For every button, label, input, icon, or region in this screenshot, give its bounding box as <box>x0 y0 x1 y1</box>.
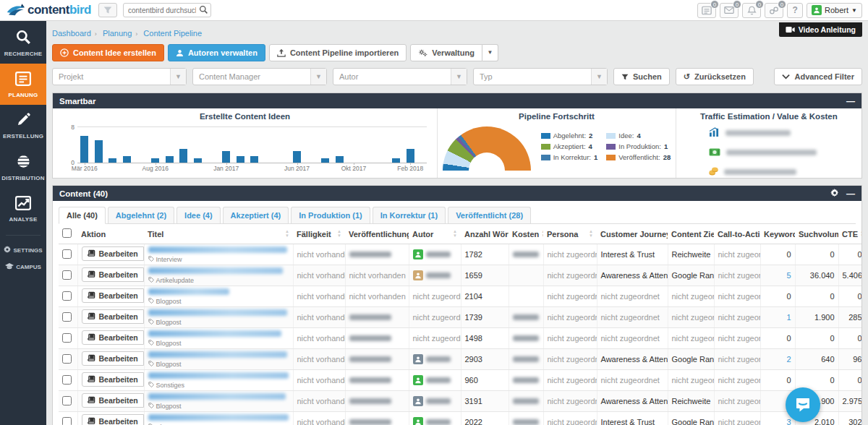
breadcrumb-planung[interactable]: Planung <box>103 29 132 38</box>
sort-icon[interactable]: ▲▼ <box>335 230 341 238</box>
legend-item: Veröffentlicht: 28 <box>606 152 671 163</box>
column-header-label: Persona▲▼ <box>547 230 593 239</box>
row-checkbox[interactable] <box>62 333 72 343</box>
author <box>413 354 457 364</box>
bar <box>194 158 202 163</box>
sidebar-item-label: SETTINGS <box>13 247 42 254</box>
sidebar-item-settings[interactable]: SETTINGS <box>0 241 46 259</box>
sidebar-item-analyse[interactable]: ANALYSE <box>0 188 46 229</box>
gear-icon[interactable] <box>830 189 839 199</box>
sidebar-item-erstellung[interactable]: ERSTELLUNG <box>0 105 46 146</box>
sort-icon[interactable]: ▲▼ <box>539 230 543 238</box>
create-content-idea-button[interactable]: Content Idee erstellen <box>52 44 164 61</box>
cell: Awareness & Attention <box>597 391 668 412</box>
cell: Artikelupdate <box>144 265 293 286</box>
edit-button[interactable]: Bearbeiten <box>82 414 144 425</box>
content-manager-select[interactable]: Content Manager▼ <box>192 68 327 85</box>
author-select[interactable]: Autor▼ <box>333 68 467 85</box>
tab-idee[interactable]: Idee (4) <box>176 207 221 223</box>
table-row: Bearbeiten▼Blogpostnicht vorhanden3191ni… <box>59 391 861 412</box>
tab-in[interactable]: In Korrektur (1) <box>373 207 446 223</box>
tab-abgelehnt[interactable]: Abgelehnt (2) <box>108 207 174 223</box>
select-all-checkbox[interactable] <box>62 228 72 238</box>
notifications-button[interactable]: 0 <box>742 3 761 18</box>
reset-filter-button[interactable]: ↺ Zurücksetzen <box>676 68 754 85</box>
cell: nicht zugeordnet <box>597 286 668 307</box>
keywords-link[interactable]: 3 <box>786 418 791 425</box>
sidebar-item-label: DISTRIBUTION <box>0 175 46 181</box>
search-filter-button[interactable]: Suchen <box>613 68 670 85</box>
edit-button[interactable]: Bearbeiten <box>82 246 144 261</box>
edit-button[interactable]: Bearbeiten <box>82 309 144 324</box>
help-button[interactable]: ? <box>787 3 803 18</box>
import-pipeline-button[interactable]: Content Pipeline importieren <box>269 44 407 61</box>
contentbird-logo[interactable]: contentbird <box>6 2 91 18</box>
row-checkbox[interactable] <box>62 249 72 259</box>
edit-button[interactable]: Bearbeiten <box>82 372 144 387</box>
edit-button[interactable]: Bearbeiten <box>82 351 144 366</box>
sort-icon[interactable]: ▲▼ <box>451 230 457 238</box>
cell: Awareness & Attention <box>597 349 668 370</box>
advanced-filter-button[interactable]: Advanced Filter <box>774 68 862 85</box>
edit-button[interactable]: Bearbeiten <box>82 288 144 303</box>
messages-button[interactable]: 0 <box>720 3 739 18</box>
breadcrumb-dashboard[interactable]: Dashboard <box>52 29 91 38</box>
keywords-link[interactable]: 2 <box>786 355 791 364</box>
tab-veröffentlicht[interactable]: Veröffentlicht (28) <box>448 207 531 223</box>
user-menu-button[interactable]: Robert ▼ <box>807 3 862 18</box>
row-checkbox[interactable] <box>62 375 72 385</box>
row-checkbox[interactable] <box>62 270 72 280</box>
tab-in[interactable]: In Produktion (1) <box>291 207 370 223</box>
sort-icon[interactable]: ▲▼ <box>587 230 593 238</box>
row-checkbox[interactable] <box>62 396 72 405</box>
breadcrumb-content-pipeline[interactable]: Content Pipeline <box>143 29 202 38</box>
cell-value: 1739 <box>465 313 482 322</box>
sidebar-item-campus[interactable]: CAMPUS <box>0 259 46 275</box>
sidebar-item-planung[interactable]: PLANUNG <box>0 64 46 105</box>
breadcrumb-separator: › <box>135 30 137 38</box>
global-filter-button[interactable] <box>98 3 117 17</box>
search-input[interactable] <box>123 3 211 17</box>
content-type-label: Blogpost <box>156 361 182 368</box>
video-tutorial-button[interactable]: Video Anleitung <box>779 22 862 37</box>
legend-label: In Korrektur: <box>553 153 591 161</box>
sidebar-item-recherche[interactable]: RECHERCHE <box>0 21 46 64</box>
manage-authors-button[interactable]: Autoren verwalten <box>168 44 265 61</box>
row-checkbox[interactable] <box>62 291 72 301</box>
admin-button[interactable]: Verwaltung <box>410 44 482 61</box>
admin-dropdown-caret[interactable]: ▼ <box>482 44 498 61</box>
chat-widget-button[interactable] <box>786 387 820 422</box>
links-button[interactable]: 0 <box>765 3 783 18</box>
edit-button[interactable]: Bearbeiten <box>82 330 144 345</box>
author-avatar <box>413 396 423 406</box>
cell: nicht vorhanden <box>293 349 345 370</box>
feed-button[interactable]: 0 <box>697 3 716 18</box>
cell-value: 640 <box>821 355 834 364</box>
project-select[interactable]: Projekt▼ <box>52 68 187 85</box>
sidebar-item-distribution[interactable]: DISTRIBUTION <box>0 146 46 188</box>
row-checkbox[interactable] <box>62 312 72 322</box>
collapse-icon[interactable]: — <box>846 189 855 198</box>
cell-value: 0 <box>830 250 834 259</box>
edit-button[interactable]: Bearbeiten <box>82 393 144 408</box>
keywords-link[interactable]: 1 <box>786 313 791 322</box>
cell <box>59 349 77 370</box>
row-checkbox[interactable] <box>62 354 72 364</box>
edit-button[interactable]: Bearbeiten <box>82 267 144 282</box>
cell: nicht zugeordnet <box>714 307 760 328</box>
tab-alle[interactable]: Alle (40) <box>59 207 106 224</box>
type-select[interactable]: Typ▼ <box>473 68 608 85</box>
table-row: Bearbeiten▼Sonstigesnicht vorhanden960ni… <box>59 370 861 391</box>
sidebar-divider <box>6 235 41 236</box>
collapse-icon[interactable]: — <box>846 97 855 106</box>
sort-icon[interactable]: ▲▼ <box>858 230 861 238</box>
cell <box>509 349 543 370</box>
row-checkbox[interactable] <box>62 417 72 425</box>
type-tag-icon <box>148 361 154 368</box>
table-row: Bearbeiten▼Artikelupdatenicht vorhandenn… <box>59 265 861 286</box>
cell: 960 <box>461 370 509 391</box>
bar <box>166 156 174 163</box>
keywords-link[interactable]: 5 <box>786 271 791 280</box>
tab-akzeptiert[interactable]: Akzeptiert (4) <box>223 207 289 223</box>
sort-icon[interactable]: ▲▼ <box>283 230 289 238</box>
